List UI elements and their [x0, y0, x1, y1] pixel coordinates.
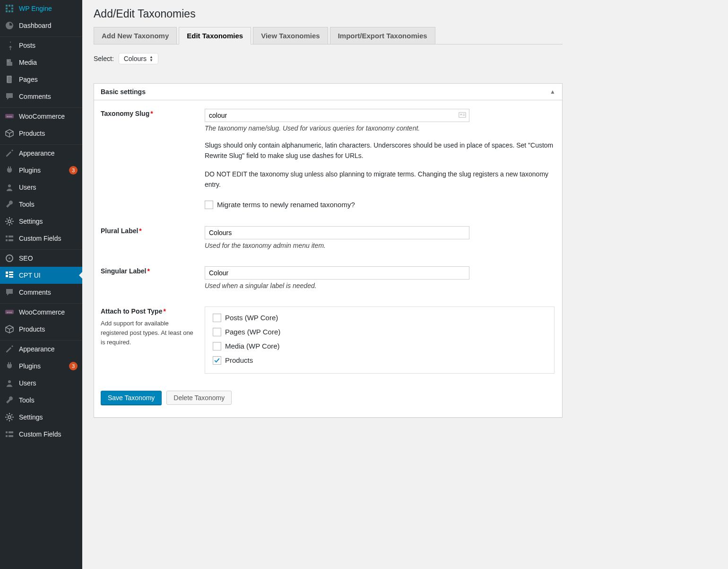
- sidebar-item-products[interactable]: Products: [0, 125, 82, 142]
- required-asterisk: *: [150, 110, 153, 117]
- svg-rect-3: [6, 8, 8, 9]
- admin-sidebar: WP EngineDashboardPostsMediaPagesComment…: [0, 0, 82, 569]
- products-icon: [5, 324, 14, 334]
- svg-point-14: [8, 220, 11, 223]
- svg-rect-22: [6, 275, 8, 277]
- svg-rect-2: [11, 5, 13, 7]
- taxonomy-select[interactable]: Colours ▲▼: [119, 53, 158, 64]
- singular-description: Used when a singular label is needed.: [205, 282, 555, 289]
- sidebar-item-label: Comments: [19, 93, 78, 100]
- svg-rect-25: [9, 276, 13, 278]
- svg-rect-31: [9, 431, 13, 433]
- sidebar-item-seo[interactable]: SEO: [0, 250, 82, 267]
- woo-icon: woo: [5, 112, 14, 121]
- required-asterisk: *: [147, 267, 149, 275]
- sidebar-item-wp-engine[interactable]: WP Engine: [0, 0, 82, 17]
- sidebar-item-label: Custom Fields: [19, 430, 78, 438]
- sidebar-item-comments[interactable]: Comments: [0, 284, 82, 301]
- plugins-icon: [5, 166, 14, 175]
- post-type-option-media-wp-core-[interactable]: Media (WP Core): [213, 342, 546, 350]
- checkbox-icon: [213, 356, 221, 365]
- dashboard-icon: [5, 21, 14, 30]
- contact-card-icon: [458, 111, 467, 119]
- sidebar-item-pages[interactable]: Pages: [0, 71, 82, 88]
- post-type-option-products[interactable]: Products: [213, 356, 546, 365]
- tab-import-export-taxonomies[interactable]: Import/Export Taxonomies: [330, 27, 435, 44]
- svg-text:woo: woo: [6, 115, 12, 118]
- panel-title: Basic settings: [101, 88, 146, 96]
- sidebar-item-comments[interactable]: Comments: [0, 88, 82, 105]
- cptui-icon: [5, 271, 14, 280]
- svg-point-29: [8, 416, 11, 419]
- tab-add-new-taxonomy[interactable]: Add New Taxonomy: [94, 27, 177, 44]
- taxonomy-slug-input[interactable]: [205, 109, 469, 122]
- tools-icon: [5, 200, 14, 209]
- sidebar-item-label: Tools: [19, 396, 78, 404]
- sidebar-item-tools[interactable]: Tools: [0, 392, 82, 409]
- sidebar-item-woocommerce[interactable]: wooWooCommerce: [0, 304, 82, 321]
- tab-view-taxonomies[interactable]: View Taxonomies: [253, 27, 328, 44]
- sidebar-item-label: Posts: [19, 42, 78, 49]
- sidebar-item-label: WooCommerce: [19, 113, 78, 120]
- save-taxonomy-button[interactable]: Save Taxonomy: [101, 391, 162, 405]
- sidebar-item-label: Tools: [19, 201, 78, 208]
- post-type-label: Pages (WP Core): [225, 328, 280, 336]
- sidebar-item-products[interactable]: Products: [0, 321, 82, 338]
- svg-rect-33: [9, 435, 13, 437]
- sidebar-item-label: Products: [19, 325, 78, 333]
- svg-rect-34: [459, 113, 466, 118]
- svg-rect-4: [11, 8, 13, 9]
- delete-taxonomy-button[interactable]: Delete Taxonomy: [166, 391, 232, 405]
- svg-rect-5: [6, 10, 8, 12]
- sidebar-item-label: Dashboard: [19, 22, 78, 29]
- sidebar-item-label: WooCommerce: [19, 308, 78, 316]
- sidebar-item-users[interactable]: Users: [0, 375, 82, 392]
- woo-icon: woo: [5, 307, 14, 317]
- sidebar-item-users[interactable]: Users: [0, 179, 82, 196]
- svg-point-35: [460, 114, 462, 115]
- seo-icon: [5, 254, 14, 263]
- sidebar-item-custom-fields[interactable]: Custom Fields: [0, 426, 82, 443]
- svg-rect-1: [9, 5, 10, 7]
- svg-rect-15: [6, 236, 8, 237]
- sidebar-item-woocommerce[interactable]: wooWooCommerce: [0, 108, 82, 125]
- users-icon: [5, 378, 14, 388]
- page-icon: [5, 75, 14, 84]
- svg-rect-10: [7, 76, 11, 83]
- sidebar-item-label: Pages: [19, 76, 78, 83]
- sidebar-item-label: Plugins: [19, 166, 66, 174]
- sidebar-item-dashboard[interactable]: Dashboard: [0, 17, 82, 34]
- post-type-label: Products: [225, 356, 253, 364]
- svg-rect-7: [11, 10, 13, 12]
- sidebar-item-label: Settings: [19, 218, 78, 225]
- sidebar-item-settings[interactable]: Settings: [0, 213, 82, 230]
- sidebar-item-label: Settings: [19, 413, 78, 421]
- sidebar-item-posts[interactable]: Posts: [0, 37, 82, 54]
- svg-rect-6: [9, 10, 10, 12]
- customfields-icon: [5, 429, 14, 439]
- sidebar-item-plugins[interactable]: Plugins3: [0, 162, 82, 179]
- panel-header[interactable]: Basic settings ▲: [94, 84, 562, 100]
- sidebar-item-media[interactable]: Media: [0, 54, 82, 71]
- singular-label-input[interactable]: [205, 266, 469, 280]
- attach-help: Add support for available registered pos…: [101, 319, 193, 347]
- sidebar-item-label: SEO: [19, 254, 78, 262]
- post-type-option-posts-wp-core-[interactable]: Posts (WP Core): [213, 314, 546, 322]
- basic-settings-panel: Basic settings ▲ Taxonomy Slug* The taxo…: [94, 83, 563, 418]
- sidebar-item-tools[interactable]: Tools: [0, 196, 82, 213]
- tab-edit-taxonomies[interactable]: Edit Taxonomies: [179, 27, 251, 44]
- sidebar-item-appearance[interactable]: Appearance: [0, 341, 82, 358]
- sidebar-item-appearance[interactable]: Appearance: [0, 145, 82, 162]
- sidebar-item-settings[interactable]: Settings: [0, 409, 82, 426]
- svg-point-28: [8, 380, 11, 383]
- plural-label-input[interactable]: [205, 226, 469, 239]
- slug-description: The taxonomy name/slug. Used for various…: [205, 124, 555, 132]
- plural-label: Plural Label: [101, 227, 138, 235]
- post-type-option-pages-wp-core-[interactable]: Pages (WP Core): [213, 328, 546, 336]
- sidebar-item-plugins[interactable]: Plugins3: [0, 358, 82, 375]
- migrate-terms-checkbox[interactable]: Migrate terms to newly renamed taxonomy?: [205, 201, 555, 209]
- comment-icon: [5, 92, 14, 101]
- sidebar-item-cpt-ui[interactable]: CPT UI: [0, 267, 82, 284]
- sidebar-item-custom-fields[interactable]: Custom Fields: [0, 230, 82, 247]
- svg-rect-0: [6, 5, 8, 7]
